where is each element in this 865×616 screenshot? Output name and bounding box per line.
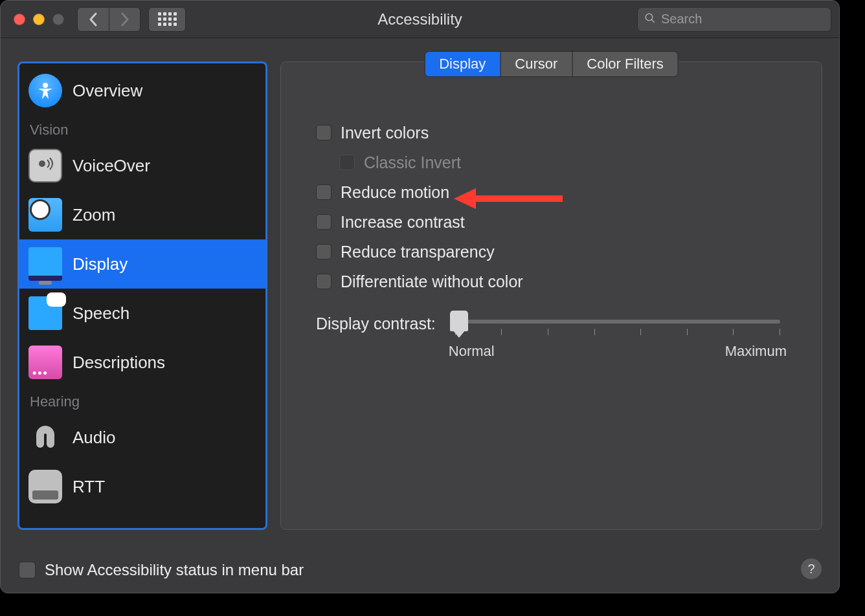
classic-invert-checkbox: [339, 155, 355, 170]
zoom-window-button[interactable]: [52, 14, 64, 25]
reduce-transparency-checkbox[interactable]: [316, 244, 331, 259]
forward-button[interactable]: [109, 8, 140, 31]
display-tabs: Display Cursor Color Filters: [424, 51, 679, 77]
tab-cursor[interactable]: Cursor: [500, 52, 572, 76]
slider-ticks: [455, 329, 780, 335]
search-input[interactable]: [661, 12, 825, 27]
svg-point-2: [43, 83, 48, 88]
display-settings-panel: Display Cursor Color Filters Invert colo…: [280, 61, 822, 530]
svg-point-0: [646, 14, 653, 21]
svg-point-3: [39, 160, 45, 167]
show-all-preferences-button[interactable]: [148, 7, 186, 32]
slider-min-label: Normal: [449, 343, 495, 360]
slider-track: [455, 320, 780, 324]
window-title: Accessibility: [377, 10, 462, 28]
sidebar-item-descriptions[interactable]: Descriptions: [19, 338, 265, 387]
reduce-motion-checkbox[interactable]: [316, 184, 331, 200]
option-label: Classic Invert: [364, 153, 461, 172]
differentiate-without-color-option[interactable]: Differentiate without color: [316, 269, 787, 294]
display-contrast-slider[interactable]: Normal Maximum: [449, 314, 787, 360]
sidebar-item-label: Speech: [73, 303, 129, 324]
close-window-button[interactable]: [14, 14, 25, 25]
display-icon: [28, 247, 62, 281]
voiceover-icon: [28, 149, 62, 182]
sidebar-section-hearing: Hearing: [19, 387, 265, 413]
option-label: Reduce motion: [341, 183, 449, 202]
sidebar-item-label: Overview: [73, 81, 142, 101]
slider-max-label: Maximum: [725, 343, 787, 360]
sidebar-item-label: Audio: [73, 428, 116, 448]
sidebar-item-zoom[interactable]: Zoom: [19, 190, 265, 239]
speech-icon: [28, 296, 62, 330]
tab-color-filters[interactable]: Color Filters: [572, 52, 678, 76]
sidebar-item-label: Display: [73, 254, 128, 274]
differentiate-without-color-checkbox[interactable]: [316, 274, 331, 289]
increase-contrast-option[interactable]: Increase contrast: [316, 210, 787, 234]
classic-invert-option: Classic Invert: [339, 150, 787, 175]
category-sidebar[interactable]: Overview Vision VoiceOver Zoom Display S…: [17, 61, 267, 530]
sidebar-item-label: Descriptions: [73, 353, 165, 373]
footer-checkbox-label: Show Accessibility status in menu bar: [45, 561, 304, 579]
titlebar: Accessibility: [1, 1, 839, 38]
invert-colors-option[interactable]: Invert colors: [316, 120, 787, 145]
search-field[interactable]: [637, 7, 831, 32]
option-label: Differentiate without color: [341, 272, 523, 291]
show-status-menubar-checkbox[interactable]: [19, 562, 36, 578]
nav-back-forward: [77, 7, 140, 32]
sidebar-item-rtt[interactable]: RTT: [19, 462, 265, 511]
reduce-transparency-option[interactable]: Reduce transparency: [316, 239, 787, 264]
slider-end-labels: Normal Maximum: [449, 343, 787, 360]
sidebar-item-label: Zoom: [73, 205, 115, 225]
footer: Show Accessibility status in menu bar ?: [1, 547, 839, 593]
search-icon: [644, 12, 656, 27]
sidebar-item-label: VoiceOver: [73, 156, 150, 176]
sidebar-item-audio[interactable]: Audio: [19, 413, 265, 462]
zoom-icon: [28, 198, 62, 232]
reduce-motion-option[interactable]: Reduce motion: [316, 180, 787, 204]
sidebar-item-display[interactable]: Display: [19, 239, 265, 289]
sidebar-item-overview[interactable]: Overview: [19, 66, 265, 115]
minimize-window-button[interactable]: [33, 14, 45, 25]
grid-icon: [158, 12, 177, 26]
sidebar-item-speech[interactable]: Speech: [19, 289, 265, 338]
display-contrast-label: Display contrast:: [316, 314, 436, 333]
sidebar-section-vision: Vision: [19, 115, 265, 141]
svg-line-1: [651, 19, 655, 23]
accessibility-overview-icon: [28, 74, 62, 107]
descriptions-icon: [28, 346, 62, 379]
slider-thumb[interactable]: [450, 311, 468, 331]
display-contrast-row: Display contrast: Normal Maximum: [316, 314, 787, 360]
back-button[interactable]: [78, 8, 109, 31]
tab-display[interactable]: Display: [425, 52, 500, 76]
window-controls: [14, 14, 64, 25]
sidebar-item-voiceover[interactable]: VoiceOver: [19, 141, 265, 190]
sidebar-item-label: RTT: [73, 477, 105, 497]
option-label: Increase contrast: [341, 213, 465, 232]
option-label: Invert colors: [341, 124, 429, 142]
invert-colors-checkbox[interactable]: [316, 125, 331, 140]
increase-contrast-checkbox[interactable]: [316, 214, 331, 230]
option-label: Reduce transparency: [341, 243, 495, 261]
system-preferences-window: Accessibility Overview Vision VoiceOve: [0, 0, 840, 593]
display-options: Invert colors Classic Invert Reduce moti…: [316, 120, 787, 294]
rtt-icon: [28, 470, 62, 503]
help-button[interactable]: ?: [800, 558, 822, 580]
audio-icon: [28, 421, 62, 454]
content-area: Overview Vision VoiceOver Zoom Display S…: [1, 38, 839, 547]
